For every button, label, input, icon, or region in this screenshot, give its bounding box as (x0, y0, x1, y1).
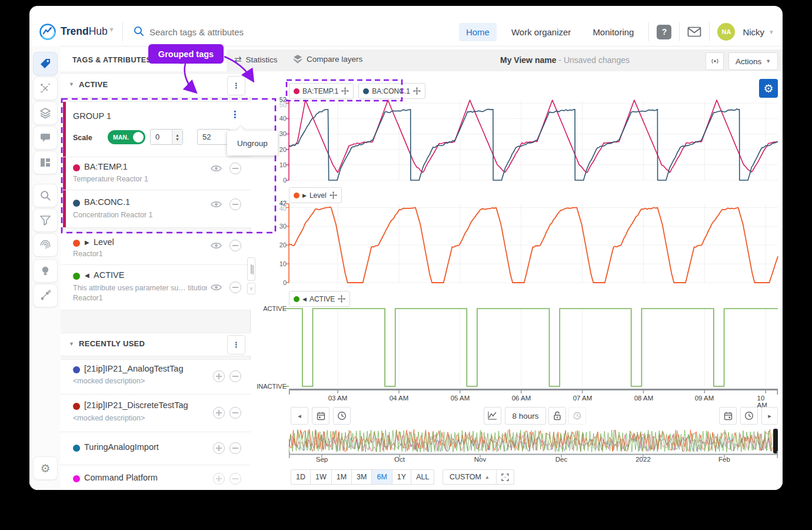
add-tag-button[interactable] (213, 442, 225, 454)
move-icon[interactable] (338, 295, 345, 303)
recent-tag-row[interactable]: [21ip]IP21_DiscreteTestTag <mocked descr… (61, 394, 251, 432)
month-label: 2022 (635, 456, 651, 463)
tag-name: TuringAnalogImport (84, 442, 159, 452)
chart-settings-button[interactable]: ⚙ (759, 79, 778, 98)
search-input[interactable] (148, 24, 345, 40)
recently-used-menu-button[interactable]: ⋮ (227, 335, 245, 355)
panel-close-button[interactable]: × (247, 283, 255, 294)
end-date-button[interactable] (719, 407, 737, 425)
range-all[interactable]: ALL (411, 469, 434, 485)
tag-row-conc[interactable]: BA:CONC.1 Concentration Reactor 1 (61, 190, 251, 227)
help-icon[interactable]: ? (657, 25, 671, 39)
range-1w[interactable]: 1W (311, 469, 332, 485)
rail-calculations-button[interactable] (33, 77, 58, 100)
spinner-arrows[interactable]: ▲▼ (172, 130, 182, 144)
chart-area[interactable] (251, 71, 783, 490)
remove-tag-button[interactable] (229, 473, 241, 485)
tag-row-active[interactable]: ◀ ACTIVE This attribute uses parameter s… (61, 264, 251, 310)
group-menu-button[interactable]: ⋮ (230, 109, 239, 120)
add-tag-button[interactable] (213, 407, 225, 419)
range-3m[interactable]: 3M (352, 469, 372, 485)
avatar[interactable]: NA (717, 23, 735, 41)
rail-settings-button[interactable]: ⚙ (33, 456, 58, 480)
move-icon[interactable] (341, 87, 349, 95)
remove-tag-button[interactable] (229, 240, 241, 251)
start-time-button[interactable] (333, 407, 351, 425)
add-tag-button[interactable] (213, 473, 225, 485)
recent-tag-row[interactable]: Command Platform (61, 465, 251, 490)
recent-tag-row[interactable]: TuringAnalogImport (61, 432, 251, 465)
rail-context-button[interactable] (33, 284, 58, 307)
move-icon[interactable] (330, 191, 337, 199)
tab-compare-layers[interactable]: Compare layers (293, 54, 362, 64)
ungroup-menu-item[interactable]: Ungroup (237, 139, 268, 148)
rail-recommendations-button[interactable] (33, 259, 58, 283)
range-6m[interactable]: 6M (372, 469, 392, 485)
rail-comments-button[interactable] (33, 126, 58, 150)
legend-chip-conc[interactable]: BA:CONC.1 (358, 83, 425, 99)
panel-resize-handle[interactable] (247, 257, 255, 281)
history-icon (573, 411, 582, 420)
grouped-tags-callout: Grouped tags (148, 44, 224, 64)
rail-filter-button[interactable] (33, 208, 58, 232)
visibility-eye-icon[interactable] (211, 283, 222, 292)
lock-timespan-button[interactable] (548, 407, 566, 425)
nav-monitoring[interactable]: Monitoring (585, 23, 641, 41)
legend-chip-temp[interactable]: BA:TEMP.1 (289, 83, 354, 99)
rail-search-button[interactable] (33, 184, 58, 207)
tag-row-temp[interactable]: BA:TEMP.1 Temperature Reactor 1 (61, 157, 251, 190)
rail-dashboard-button[interactable] (33, 151, 58, 174)
visibility-eye-icon[interactable] (211, 164, 222, 173)
live-broadcast-button[interactable] (705, 52, 724, 70)
rail-fingerprint-button[interactable] (33, 233, 58, 257)
tab-statistics[interactable]: ⇄ Statistics (234, 54, 278, 65)
remove-tag-button[interactable] (229, 442, 241, 454)
history-button[interactable] (568, 407, 586, 425)
ungroup-menu[interactable]: Ungroup (227, 131, 278, 155)
trend-compare-button[interactable] (484, 407, 501, 425)
end-time-button[interactable] (740, 407, 758, 425)
scale-max-input[interactable]: 52 (197, 129, 230, 145)
pan-left-button[interactable]: ◂ (291, 407, 308, 425)
nav-home[interactable]: Home (459, 23, 497, 41)
manual-scale-toggle[interactable]: MAN. (108, 130, 145, 144)
y-axis-tick: 10 (267, 260, 287, 267)
range-1d[interactable]: 1D (291, 469, 311, 485)
duration-button[interactable]: 8 hours (505, 407, 546, 425)
user-name[interactable]: Nicky (743, 27, 764, 37)
collapse-chevron-icon[interactable]: ▼ (69, 341, 74, 347)
actions-button[interactable]: Actions ▼ (728, 52, 778, 70)
scale-min-input[interactable]: 0 ▲▼ (150, 129, 183, 145)
move-icon[interactable] (413, 87, 421, 95)
legend-chip-level[interactable]: ▶ Level (289, 187, 342, 203)
actions-chevron-down-icon: ▼ (766, 58, 771, 64)
month-label: Sep (316, 456, 328, 463)
remove-tag-button[interactable] (229, 198, 241, 210)
pan-right-button[interactable]: ▸ (761, 407, 778, 425)
mail-icon[interactable] (687, 26, 701, 37)
legend-chip-active[interactable]: ◀ ACTIVE (289, 291, 350, 307)
remove-tag-button[interactable] (229, 370, 241, 382)
range-1m[interactable]: 1M (332, 469, 352, 485)
brand-chevron-down-icon[interactable]: ▼ (108, 26, 115, 33)
start-date-button[interactable] (312, 407, 330, 425)
scale-max-value: 52 (202, 132, 211, 141)
remove-tag-button[interactable] (229, 163, 241, 174)
custom-frame-button[interactable] (497, 469, 514, 485)
collapse-chevron-icon[interactable]: ▼ (69, 81, 74, 87)
recent-tag-row[interactable]: [21ip]IP21_AnalogTestTag <mocked descrip… (61, 360, 251, 394)
active-section-menu-button[interactable]: ⋮ (227, 76, 245, 95)
remove-tag-button[interactable] (229, 407, 241, 419)
rail-layers-button[interactable] (33, 101, 58, 125)
visibility-eye-icon[interactable] (211, 200, 222, 208)
add-tag-button[interactable] (213, 370, 225, 382)
tag-row-level[interactable]: ▶ Level Reactor1 (61, 233, 251, 264)
rail-tags-button[interactable] (33, 52, 58, 75)
x-axis-tick: 04 AM (390, 395, 409, 402)
remove-tag-button[interactable] (229, 281, 241, 293)
custom-range-button[interactable]: CUSTOM ▲ (442, 469, 497, 485)
range-1y[interactable]: 1Y (392, 469, 411, 485)
nav-work-organizer[interactable]: Work organizer (504, 23, 578, 41)
visibility-eye-icon[interactable] (211, 241, 222, 250)
user-chevron-down-icon[interactable]: ▼ (768, 29, 774, 35)
